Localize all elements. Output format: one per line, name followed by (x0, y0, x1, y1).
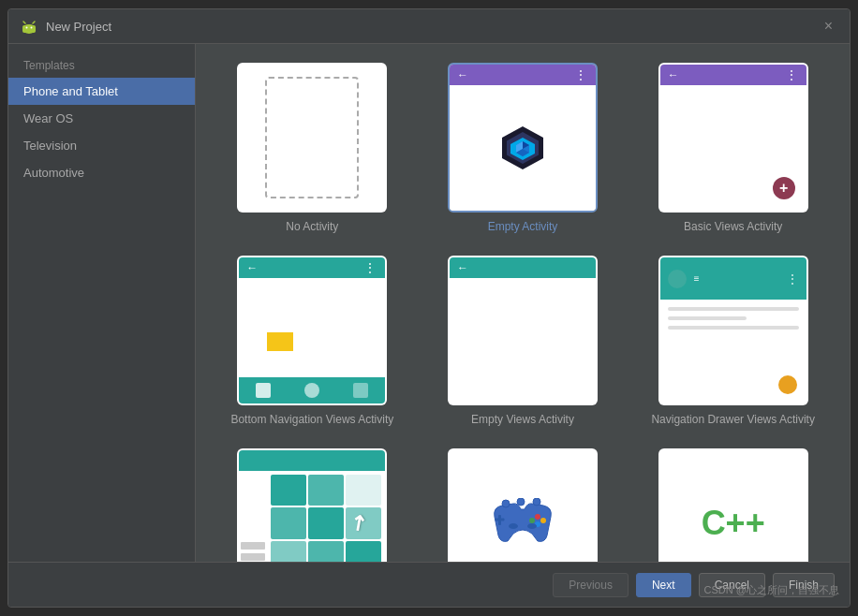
fab-button-icon: + (773, 177, 795, 199)
sidebar-item-automotive[interactable]: Automotive (8, 159, 195, 186)
no-activity-dashed-box (265, 77, 359, 198)
bottom-nav-body (239, 278, 385, 377)
new-project-dialog: New Project × Templates Phone and Tablet… (7, 8, 851, 608)
chart-tile-8 (308, 541, 344, 562)
templates-grid: No Activity ← ⋮ (196, 44, 850, 562)
basic-views-label: Basic Views Activity (684, 220, 782, 233)
svg-point-15 (535, 514, 540, 520)
overflow-menu-icon: ⋮ (574, 67, 588, 82)
empty-views-back-icon: ← (457, 261, 468, 274)
content-area: Templates Phone and Tablet Wear OS Telev… (8, 44, 850, 562)
watermark-text: CSDN @心之所问，自强不息 (704, 583, 839, 597)
bottom-nav-preview: ← ⋮ (237, 256, 387, 405)
template-empty-views[interactable]: ← Empty Views Activity (425, 252, 621, 430)
side-label-2 (241, 553, 265, 561)
game-activity-preview (448, 448, 598, 562)
drawer-line-1 (668, 307, 799, 311)
chart-tile-2 (308, 475, 344, 506)
no-activity-preview (237, 63, 387, 213)
template-basic-views[interactable]: ← ⋮ + Basic Views Activity (635, 59, 831, 237)
empty-views-label: Empty Views Activity (471, 413, 574, 426)
chart-activity-preview: ↗ (237, 448, 387, 562)
bottom-nav-back-icon: ← (246, 261, 258, 274)
svg-point-19 (509, 523, 518, 529)
svg-point-17 (529, 518, 535, 523)
empty-activity-label: Empty Activity (488, 220, 558, 233)
title-bar: New Project × (8, 9, 850, 44)
nav-item-2 (304, 383, 319, 398)
bottom-nav-top-bar: ← ⋮ (239, 257, 385, 278)
sidebar-item-television[interactable]: Television (8, 132, 195, 159)
drawer-title-text: ≡ (694, 273, 700, 284)
empty-activity-preview: ← ⋮ (448, 63, 598, 213)
chart-tile-5 (308, 507, 344, 538)
svg-line-4 (23, 22, 25, 23)
empty-views-body (450, 278, 596, 403)
template-nav-drawer[interactable]: ≡ ⋮ Navigation Drawer Views Activity (635, 252, 831, 430)
bottom-nav-label: Bottom Navigation Views Activity (230, 413, 393, 426)
empty-views-phone-mock: ← (450, 257, 596, 403)
sidebar: Templates Phone and Tablet Wear OS Telev… (8, 44, 196, 562)
svg-rect-14 (495, 518, 504, 521)
bottom-navigation-bar (239, 377, 385, 403)
template-empty-activity[interactable]: ← ⋮ (425, 59, 621, 237)
template-no-activity[interactable]: No Activity (214, 59, 410, 237)
yellow-accent-square (267, 332, 293, 351)
sidebar-item-phone-tablet[interactable]: Phone and Tablet (8, 78, 195, 105)
template-bottom-nav[interactable]: ← ⋮ Bot (214, 252, 410, 430)
basic-views-top-bar: ← ⋮ (660, 65, 806, 85)
close-button[interactable]: × (819, 17, 838, 36)
gamepad-display (450, 450, 596, 562)
previous-button[interactable]: Previous (553, 573, 629, 597)
empty-activity-top-bar: ← ⋮ (450, 65, 596, 85)
chart-grid-area (267, 471, 385, 562)
gamepad-icon (485, 498, 560, 550)
empty-activity-phone-mock: ← ⋮ (450, 65, 596, 211)
svg-line-5 (33, 22, 35, 23)
nav-item-3 (353, 383, 368, 398)
cpp-display: C++ (660, 450, 806, 562)
drawer-overflow-icon: ⋮ (787, 272, 799, 286)
chart-tile-9 (346, 541, 381, 562)
no-activity-label: No Activity (286, 220, 338, 233)
svg-point-2 (26, 27, 28, 29)
chart-content-area: ↗ (239, 471, 385, 562)
svg-point-3 (31, 27, 33, 29)
next-button[interactable]: Next (636, 573, 691, 597)
template-game-activity[interactable]: Game Activity (425, 445, 621, 562)
basic-overflow-icon: ⋮ (785, 67, 799, 82)
drawer-fab-button (778, 375, 797, 394)
template-native-cpp[interactable]: C++ Native C++ (635, 445, 831, 562)
svg-point-20 (527, 523, 537, 529)
chart-tile-4 (271, 507, 306, 538)
cpp-label-text: C++ (702, 504, 765, 543)
empty-activity-body (450, 85, 596, 211)
chart-tile-7 (271, 541, 306, 562)
hex-icon (499, 125, 546, 171)
empty-views-top-bar: ← (450, 257, 596, 278)
title-bar-left: New Project (20, 17, 111, 36)
nav-item-1 (256, 383, 271, 398)
nav-drawer-label: Navigation Drawer Views Activity (651, 413, 815, 426)
native-cpp-preview: C++ (658, 448, 808, 562)
bottom-nav-overflow-icon: ⋮ (363, 260, 377, 275)
sidebar-section-label: Templates (8, 51, 195, 78)
basic-back-icon: ← (668, 68, 679, 81)
svg-rect-1 (22, 25, 36, 33)
svg-point-22 (517, 498, 525, 506)
main-content: No Activity ← ⋮ (196, 44, 850, 562)
chart-tile-3 (346, 475, 381, 506)
empty-views-preview: ← (448, 256, 598, 405)
bottom-nav-phone-mock: ← ⋮ (239, 257, 385, 403)
side-label-1 (241, 542, 265, 550)
sidebar-item-wear-os[interactable]: Wear OS (8, 105, 195, 132)
basic-views-preview: ← ⋮ + (658, 63, 808, 213)
chart-top-bar (239, 450, 385, 471)
chart-tile-1 (271, 475, 306, 506)
drawer-avatar-circle (668, 270, 687, 288)
svg-point-21 (502, 500, 510, 507)
nav-drawer-preview: ≡ ⋮ (658, 256, 808, 405)
nav-drawer-header: ≡ ⋮ (660, 257, 806, 300)
drawer-line-2 (668, 316, 747, 320)
template-chart-activity[interactable]: ↗ Activity with Chart (214, 445, 410, 562)
